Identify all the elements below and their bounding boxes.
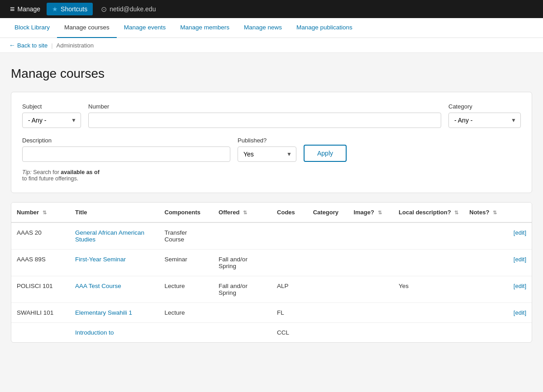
subject-select[interactable]: - Any - xyxy=(22,113,81,128)
back-arrow-icon xyxy=(9,42,15,49)
col-header-number: Number ⇅ xyxy=(11,203,70,222)
subject-label: Subject xyxy=(22,103,81,110)
cell-components-4 xyxy=(159,323,214,343)
back-to-site-link[interactable]: Back to site xyxy=(9,42,48,49)
cell-codes-2: ALP xyxy=(272,276,308,303)
breadcrumb-separator: | xyxy=(51,42,52,49)
category-label: Category xyxy=(448,103,521,110)
nav-manage-events[interactable]: Manage events xyxy=(117,18,173,38)
filter-group-description: Description xyxy=(22,137,230,162)
number-label: Number xyxy=(88,103,441,110)
cell-local-desc-0 xyxy=(393,222,464,250)
cell-category-3 xyxy=(308,303,348,323)
page-title: Manage courses xyxy=(11,66,532,81)
user-menu[interactable]: netid@duke.edu xyxy=(96,2,160,16)
col-header-edit xyxy=(505,203,532,222)
cell-notes-4 xyxy=(464,323,505,343)
nav-manage-news[interactable]: Manage news xyxy=(237,18,289,38)
cell-title-2: AAA Test Course xyxy=(70,276,159,303)
description-input[interactable] xyxy=(22,146,230,162)
filter-row-1: Subject - Any - ▼ Number Category - Any … xyxy=(22,103,521,128)
category-select[interactable]: - Any - xyxy=(448,113,521,128)
published-select[interactable]: Yes No - Any - xyxy=(238,146,296,162)
cell-image-2 xyxy=(348,276,393,303)
title-link-1[interactable]: First-Year Seminar xyxy=(75,256,126,263)
cell-category-2 xyxy=(308,276,348,303)
table-row: AAAS 89S First-Year Seminar Seminar Fall… xyxy=(11,250,532,276)
cell-image-4 xyxy=(348,323,393,343)
cell-number-2: POLISCI 101 xyxy=(11,276,70,303)
cell-local-desc-4 xyxy=(393,323,464,343)
cell-local-desc-3 xyxy=(393,303,464,323)
category-select-wrapper: - Any - ▼ xyxy=(448,113,521,128)
cell-components-2: Lecture xyxy=(159,276,214,303)
cell-number-3: SWAHILI 101 xyxy=(11,303,70,323)
cell-codes-0 xyxy=(272,222,308,250)
shortcuts-button[interactable]: Shortcuts xyxy=(47,3,93,15)
secondary-nav: Block Library Manage courses Manage even… xyxy=(0,18,543,38)
col-header-local-desc: Local description? ⇅ xyxy=(393,203,464,222)
tip-text: Tip: Search for available as ofto find f… xyxy=(22,169,521,182)
manage-button[interactable]: Manage xyxy=(5,2,45,17)
published-label: Published? xyxy=(238,137,296,144)
col-header-offered: Offered ⇅ xyxy=(213,203,272,222)
title-link-3[interactable]: Elementary Swahili 1 xyxy=(75,309,132,316)
title-link-0[interactable]: General African American Studies xyxy=(75,229,144,243)
cell-local-desc-1 xyxy=(393,250,464,276)
manage-label: Manage xyxy=(18,5,41,13)
cell-offered-4 xyxy=(213,323,272,343)
sort-icon-offered[interactable]: ⇅ xyxy=(243,210,247,216)
nav-manage-courses[interactable]: Manage courses xyxy=(57,18,117,38)
edit-link-1[interactable]: [edit] xyxy=(514,256,526,263)
filter-group-apply: x Apply xyxy=(304,135,347,162)
number-input[interactable] xyxy=(88,113,441,128)
cell-title-0: General African American Studies xyxy=(70,222,159,250)
sort-icon-image[interactable]: ⇅ xyxy=(378,210,382,216)
back-to-site-label: Back to site xyxy=(17,42,48,49)
filter-card: Subject - Any - ▼ Number Category - Any … xyxy=(11,92,532,193)
filter-row-2: Description Published? Yes No - Any - ▼ … xyxy=(22,135,521,162)
published-select-wrapper: Yes No - Any - ▼ xyxy=(238,146,296,162)
apply-button[interactable]: Apply xyxy=(304,145,347,162)
table-header-row: Number ⇅ Title Components Offered ⇅ Code… xyxy=(11,203,532,222)
cell-codes-1 xyxy=(272,250,308,276)
cell-edit-2: [edit] xyxy=(505,276,532,303)
nav-manage-publications[interactable]: Manage publications xyxy=(289,18,360,38)
filter-group-published: Published? Yes No - Any - ▼ xyxy=(238,137,296,162)
user-icon xyxy=(101,5,107,14)
sort-icon-notes[interactable]: ⇅ xyxy=(493,210,497,216)
filter-group-number: Number xyxy=(88,103,441,128)
edit-link-2[interactable]: [edit] xyxy=(514,283,526,289)
edit-link-3[interactable]: [edit] xyxy=(514,309,526,316)
cell-notes-2 xyxy=(464,276,505,303)
page-content: Manage courses Subject - Any - ▼ Number … xyxy=(0,53,543,356)
cell-title-4: Introduction to xyxy=(70,323,159,343)
cell-number-1: AAAS 89S xyxy=(11,250,70,276)
col-header-codes: Codes xyxy=(272,203,308,222)
cell-image-3 xyxy=(348,303,393,323)
sort-icon-number[interactable]: ⇅ xyxy=(43,210,47,216)
star-icon xyxy=(52,5,58,13)
cell-edit-0: [edit] xyxy=(505,222,532,250)
cell-notes-1 xyxy=(464,250,505,276)
title-link-2[interactable]: AAA Test Course xyxy=(75,283,121,289)
col-header-components: Components xyxy=(159,203,214,222)
top-bar: Manage Shortcuts netid@duke.edu xyxy=(0,0,543,18)
cell-offered-1: Fall and/or Spring xyxy=(213,250,272,276)
title-link-4[interactable]: Introduction to xyxy=(75,329,114,336)
sort-icon-local-desc[interactable]: ⇅ xyxy=(454,210,458,216)
col-header-notes: Notes? ⇅ xyxy=(464,203,505,222)
nav-block-library[interactable]: Block Library xyxy=(7,18,57,38)
cell-offered-0 xyxy=(213,222,272,250)
table-card: Number ⇅ Title Components Offered ⇅ Code… xyxy=(11,202,532,343)
filter-group-category: Category - Any - ▼ xyxy=(448,103,521,128)
cell-image-1 xyxy=(348,250,393,276)
nav-manage-members[interactable]: Manage members xyxy=(173,18,237,38)
table-head: Number ⇅ Title Components Offered ⇅ Code… xyxy=(11,203,532,222)
edit-link-0[interactable]: [edit] xyxy=(514,229,526,236)
cell-category-1 xyxy=(308,250,348,276)
cell-offered-3 xyxy=(213,303,272,323)
cell-local-desc-2: Yes xyxy=(393,276,464,303)
cell-offered-2: Fall and/or Spring xyxy=(213,276,272,303)
subject-select-wrapper: - Any - ▼ xyxy=(22,113,81,128)
